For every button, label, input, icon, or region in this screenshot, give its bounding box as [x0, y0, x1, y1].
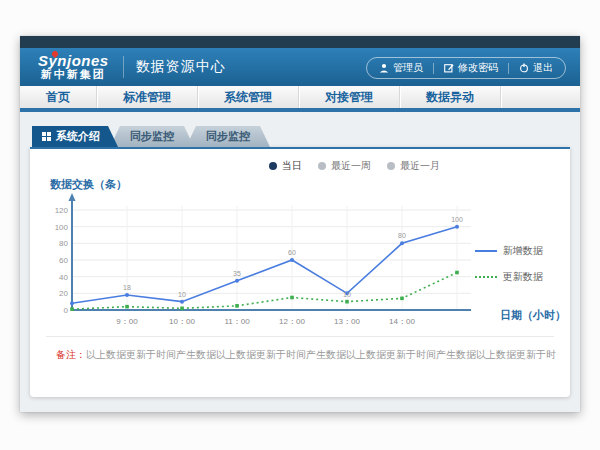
tab-sync-monitor-2[interactable]: 同步监控 [186, 126, 270, 147]
tab-sync-monitor-1[interactable]: 同步监控 [110, 126, 194, 147]
legend-item-new-data: 新增数据 [475, 244, 556, 258]
nav-item-integration-management[interactable]: 对接管理 [299, 86, 400, 108]
app-header: Synjones 新中新集团 数据资源中心 管理员 修改密码 退出 [20, 48, 580, 86]
nav-item-system-management[interactable]: 系统管理 [198, 86, 299, 108]
chart-container: 0204060801001209：0010：0011：0012：0013：001… [44, 192, 556, 332]
change-password-label: 修改密码 [458, 61, 498, 75]
edit-icon [444, 63, 454, 73]
svg-text:80: 80 [398, 232, 406, 239]
radio-selected-icon [269, 162, 277, 170]
range-label: 当日 [282, 159, 302, 173]
svg-text:0: 0 [64, 306, 69, 315]
brand-logo: Synjones 新中新集团 [38, 53, 123, 80]
footnote-divider [46, 336, 554, 337]
header-divider [123, 56, 124, 78]
line-chart: 0204060801001209：0010：0011：0012：0013：001… [44, 192, 471, 332]
user-account-button[interactable]: 管理员 [379, 61, 423, 75]
logo-wordmark: Synjones [38, 53, 109, 69]
footnote: 备注：以上数据更新于时间产生数据以上数据更新于时间产生数据以上数据更新于时间产生… [44, 348, 556, 362]
legend-item-updated-data: 更新数据 [475, 270, 556, 284]
svg-text:14：00: 14：00 [389, 317, 415, 326]
svg-text:12：00: 12：00 [279, 317, 305, 326]
radio-icon [318, 162, 326, 170]
svg-text:100: 100 [55, 223, 69, 232]
range-option-last-week[interactable]: 最近一周 [318, 159, 371, 173]
user-menu-separator [508, 63, 509, 74]
tab-system-intro[interactable]: 系统介绍 [32, 126, 118, 147]
nav-item-home[interactable]: 首页 [20, 86, 97, 108]
svg-text:35: 35 [233, 270, 241, 277]
svg-text:11：00: 11：00 [224, 317, 250, 326]
svg-text:20: 20 [59, 289, 68, 298]
power-icon [519, 63, 529, 73]
svg-text:40: 40 [59, 273, 68, 282]
svg-text:100: 100 [451, 216, 463, 223]
radio-icon [387, 162, 395, 170]
logout-button[interactable]: 退出 [519, 61, 553, 75]
app-window: Synjones 新中新集团 数据资源中心 管理员 修改密码 退出 首页 标准管… [20, 36, 580, 412]
logo-company-name: 新中新集团 [38, 69, 109, 81]
logout-label: 退出 [533, 61, 553, 75]
window-top-strip [20, 36, 580, 48]
svg-text:10: 10 [178, 291, 186, 298]
user-menu-separator [433, 63, 434, 74]
user-menu: 管理员 修改密码 退出 [366, 57, 566, 79]
svg-text:10: 10 [343, 291, 351, 298]
tab-label: 系统介绍 [56, 126, 100, 147]
user-name-label: 管理员 [393, 61, 423, 75]
legend-label: 新增数据 [503, 244, 543, 258]
legend-label: 更新数据 [503, 270, 543, 284]
range-label: 最近一月 [400, 159, 440, 173]
svg-text:9：00: 9：00 [116, 317, 138, 326]
range-label: 最近一周 [331, 159, 371, 173]
svg-text:120: 120 [55, 206, 69, 215]
svg-text:60: 60 [59, 256, 68, 265]
user-icon [379, 63, 389, 73]
nav-item-standard-management[interactable]: 标准管理 [97, 86, 198, 108]
y-axis-title: 数据交换（条） [50, 177, 556, 192]
nav-item-data-changes[interactable]: 数据异动 [400, 86, 501, 108]
grid-icon [42, 132, 51, 141]
svg-text:60: 60 [288, 249, 296, 256]
svg-text:80: 80 [59, 239, 68, 248]
x-axis-title: 日期（小时） [500, 308, 566, 323]
svg-text:13：00: 13：00 [334, 317, 360, 326]
footnote-text: 以上数据更新于时间产生数据以上数据更新于时间产生数据以上数据更新于时间产生数据以… [86, 349, 556, 360]
page-title: 数据资源中心 [136, 58, 226, 76]
legend-line-solid-icon [475, 250, 497, 252]
main-nav: 首页 标准管理 系统管理 对接管理 数据异动 [20, 86, 580, 112]
content-area: 系统介绍 同步监控 同步监控 当日 最近一周 最近一月 数据交换 [20, 112, 580, 397]
chart-panel: 当日 最近一周 最近一月 数据交换（条） 0204060801001209：00… [30, 147, 570, 397]
svg-text:10：00: 10：00 [169, 317, 195, 326]
footnote-label: 备注： [56, 349, 86, 360]
svg-text:18: 18 [123, 284, 131, 291]
range-option-today[interactable]: 当日 [269, 159, 302, 173]
change-password-button[interactable]: 修改密码 [444, 61, 498, 75]
range-option-last-month[interactable]: 最近一月 [387, 159, 440, 173]
tab-bar: 系统介绍 同步监控 同步监控 [32, 126, 570, 147]
time-range-filter: 当日 最近一周 最近一月 [269, 159, 440, 173]
legend-line-dotted-icon [475, 276, 497, 278]
